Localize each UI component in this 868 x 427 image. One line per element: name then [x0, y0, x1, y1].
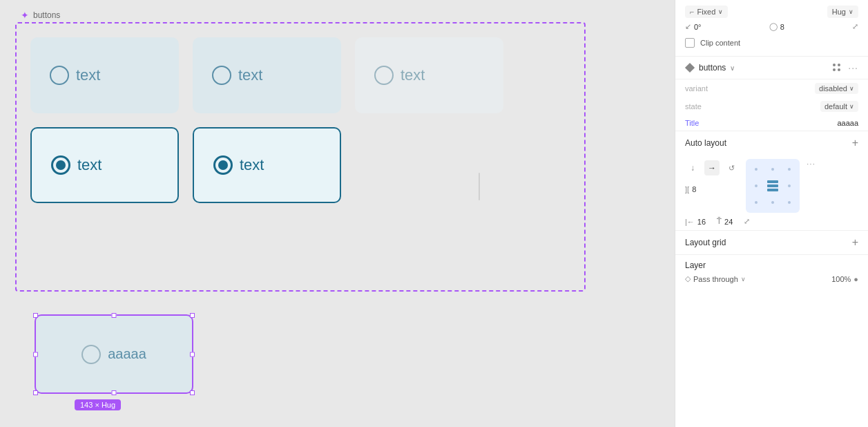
title-row: Title aaaaa — [675, 115, 868, 131]
resize-handle-tl[interactable] — [33, 313, 38, 318]
variant-value: disabled — [819, 84, 847, 93]
dashed-container: text text text text text — [15, 22, 586, 292]
layer-title: Layer — [685, 260, 858, 270]
direction-buttons: ↓ → ↺ ][ 8 — [685, 160, 739, 193]
dir-right[interactable]: → — [704, 160, 720, 175]
expand-corners-icon: ⤢ — [744, 217, 750, 226]
hug-pill[interactable]: Hug ∨ — [827, 6, 858, 18]
state-row: state default ∨ — [675, 97, 868, 115]
layout-controls: ↓ → ↺ ][ 8 — [675, 155, 868, 230]
canvas-label: ✦ buttons — [21, 10, 60, 21]
resize-handle-tr[interactable] — [190, 313, 195, 318]
hug-label: Hug — [832, 8, 846, 16]
button-disabled-2[interactable]: text — [193, 37, 341, 113]
radius-icon: ◯ — [769, 22, 778, 31]
canvas-label-text: buttons — [33, 10, 60, 20]
padding-h-icon: |← — [685, 218, 695, 226]
dir-wrap[interactable]: ↺ — [724, 160, 739, 175]
title-label: Title — [685, 119, 699, 127]
blend-mode[interactable]: Pass through — [693, 275, 738, 283]
state-chevron: ∨ — [849, 103, 854, 110]
align-br[interactable] — [782, 195, 797, 210]
resize-handle-br[interactable] — [190, 390, 195, 395]
selected-element[interactable]: aaaaa — [35, 314, 193, 394]
diamond-icon — [685, 63, 695, 73]
align-tc[interactable] — [765, 162, 780, 177]
padding-v-value[interactable]: 24 — [724, 218, 733, 226]
header-icons: ··· — [833, 62, 858, 73]
radio-icon-1 — [50, 66, 69, 85]
button-active-1[interactable]: text — [30, 127, 179, 203]
button-active-2[interactable]: text — [193, 127, 341, 203]
scroll-divider — [479, 173, 480, 200]
component-name: buttons — [699, 63, 726, 73]
gap-icon: ][ — [685, 185, 689, 193]
corner-icon: ⌐ — [690, 8, 694, 16]
state-pill[interactable]: default ∨ — [820, 101, 858, 112]
selected-radio-icon — [81, 345, 101, 364]
align-bl[interactable] — [749, 195, 764, 210]
auto-layout-title: Auto layout — [685, 138, 726, 148]
expand-icon: ⤢ — [852, 22, 858, 31]
radio-icon-3 — [374, 66, 394, 85]
button-text-5: text — [240, 156, 264, 174]
button-text-3: text — [401, 66, 425, 84]
resize-handle-bm[interactable] — [112, 390, 117, 395]
resize-handle-tm[interactable] — [112, 313, 117, 318]
resize-handle-mr[interactable] — [190, 352, 195, 357]
variant-chevron: ∨ — [849, 85, 854, 92]
title-value[interactable]: aaaaa — [837, 119, 858, 127]
component-chevron[interactable]: ∨ — [730, 64, 735, 72]
opacity-icon: ● — [853, 275, 858, 283]
dir-down[interactable]: ↓ — [685, 160, 700, 175]
selected-text: aaaaa — [108, 346, 146, 362]
clip-checkbox[interactable] — [685, 38, 695, 48]
variant-pill[interactable]: disabled ∨ — [815, 83, 858, 94]
align-ml[interactable] — [749, 178, 764, 193]
state-label: state — [685, 102, 702, 111]
fixed-pill[interactable]: ⌐ Fixed ∨ — [685, 6, 728, 18]
button-disabled-3[interactable]: text — [355, 37, 503, 113]
canvas: ✦ buttons text text text — [0, 0, 675, 427]
resize-handle-bl[interactable] — [33, 390, 38, 395]
component-name-row: buttons ∨ — [685, 63, 735, 73]
button-text-4: text — [77, 156, 102, 174]
rotation-value[interactable]: 0° — [694, 23, 702, 31]
resize-handle-ml[interactable] — [33, 352, 38, 357]
align-bc[interactable] — [765, 195, 780, 210]
radio-icon-2 — [212, 66, 231, 85]
align-tr[interactable] — [782, 162, 797, 177]
fixed-chevron: ∨ — [718, 8, 723, 15]
layout-more[interactable]: ··· — [807, 159, 816, 169]
variant-label: variant — [685, 84, 708, 93]
opacity-value[interactable]: 100% — [831, 275, 851, 283]
button-row-2: text text — [30, 127, 570, 203]
padding-h-value[interactable]: 16 — [697, 218, 706, 226]
auto-layout-add[interactable]: + — [852, 137, 858, 149]
align-mr[interactable] — [782, 178, 797, 193]
more-options-icon[interactable]: ··· — [848, 62, 858, 73]
gap-value[interactable]: 8 — [692, 185, 696, 193]
align-tl[interactable] — [749, 162, 764, 177]
layout-grid-add[interactable]: + — [852, 236, 858, 249]
align-mc[interactable] — [765, 178, 780, 193]
layout-grid-title: Layout grid — [685, 238, 726, 247]
button-disabled-1[interactable]: text — [30, 37, 179, 113]
padding-v-icon: T̄ — [717, 217, 722, 226]
layer-icon: ◇ — [685, 274, 691, 283]
radius-value[interactable]: 8 — [780, 23, 784, 31]
clip-label: Clip content — [700, 39, 740, 47]
blend-chevron[interactable]: ∨ — [741, 276, 746, 283]
button-row-1: text text text — [30, 37, 570, 113]
layer-section: Layer ◇ Pass through ∨ 100% ● — [675, 254, 868, 289]
align-icon[interactable] — [833, 64, 841, 72]
pass-through-row: ◇ Pass through ∨ 100% ● — [685, 274, 858, 283]
radio-icon-4 — [51, 155, 70, 175]
clip-row: Clip content — [685, 35, 858, 50]
button-text-2: text — [238, 66, 262, 84]
align-grid[interactable] — [746, 159, 800, 213]
component-header: buttons ∨ ··· — [675, 57, 868, 79]
size-badge: 143 × Hug — [75, 399, 121, 410]
variant-row: variant disabled ∨ — [675, 79, 868, 97]
button-text-1: text — [76, 66, 100, 84]
